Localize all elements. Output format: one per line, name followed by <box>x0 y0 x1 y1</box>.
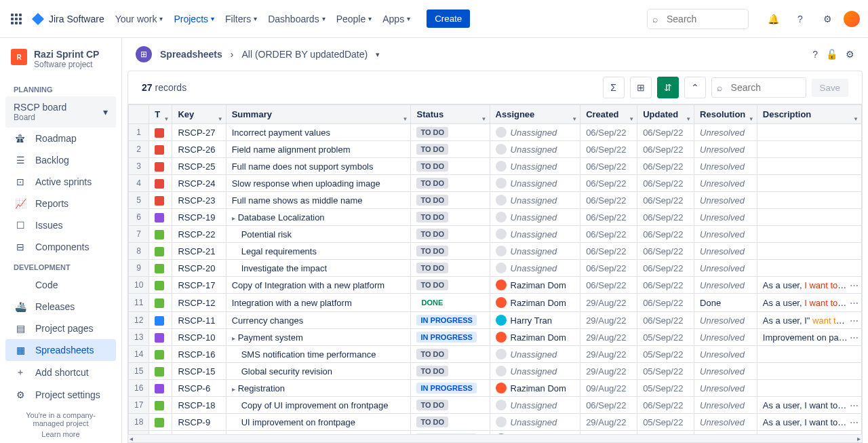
resolution-cell[interactable]: Unresolved <box>694 175 757 192</box>
status-cell[interactable]: TO DO <box>411 243 490 260</box>
updated-cell[interactable]: 05/Sep/22 <box>637 346 694 363</box>
sidebar-item-backlog[interactable]: ☰Backlog <box>5 149 116 171</box>
row-number[interactable]: 11 <box>129 294 149 312</box>
grid-button[interactable]: ⊞ <box>630 77 652 98</box>
table-row[interactable]: 17RSCP-18Copy of UI improvement on front… <box>129 397 862 414</box>
table-row[interactable]: 2RSCP-26Field name alignment problemTO D… <box>129 141 862 158</box>
description-cell[interactable]: As a user, I" want to have"⋯ <box>757 312 861 329</box>
key-cell[interactable]: RSCP-11 <box>172 312 226 329</box>
table-row[interactable]: 7RSCP-22Potential riskTO DOUnassigned06/… <box>129 226 862 243</box>
resolution-cell[interactable]: Unresolved <box>694 363 757 380</box>
column-menu-icon[interactable]: ▼ <box>749 116 754 122</box>
updated-cell[interactable]: 06/Sep/22 <box>637 312 694 329</box>
row-number[interactable]: 10 <box>129 277 149 294</box>
assignee-cell[interactable]: Raziman Dom <box>490 277 580 294</box>
key-cell[interactable]: RSCP-26 <box>172 141 226 158</box>
description-cell[interactable] <box>757 363 861 380</box>
col-resolution[interactable]: Resolution▼ <box>694 105 757 124</box>
type-cell[interactable] <box>149 226 172 243</box>
help-icon[interactable]: ? <box>812 49 818 60</box>
assignee-cell[interactable]: Unassigned <box>490 124 580 141</box>
sidebar-item-add-shortcut[interactable]: ＋Add shortcut <box>5 361 116 384</box>
table-row[interactable]: 3RSCP-25Full name does not support symbo… <box>129 158 862 175</box>
created-cell[interactable]: 29/Aug/22 <box>580 329 637 346</box>
nav-projects[interactable]: Projects ▾ <box>168 11 220 27</box>
created-cell[interactable]: 29/Aug/22 <box>580 414 637 431</box>
updated-cell[interactable]: 06/Sep/22 <box>637 226 694 243</box>
table-row[interactable]: 4RSCP-24Slow response when uploading ima… <box>129 175 862 192</box>
resolution-cell[interactable]: Unresolved <box>694 277 757 294</box>
status-cell[interactable]: IN PROGRESS <box>411 329 490 346</box>
assignee-cell[interactable]: Unassigned <box>490 209 580 226</box>
app-switcher-icon[interactable] <box>8 11 24 27</box>
created-cell[interactable]: 29/Aug/22 <box>580 312 637 329</box>
status-cell[interactable]: TO DO <box>411 158 490 175</box>
resolution-cell[interactable]: Unresolved <box>694 414 757 431</box>
description-cell[interactable] <box>757 226 861 243</box>
col-t[interactable]: T▼ <box>149 105 172 124</box>
key-cell[interactable]: RSCP-12 <box>172 294 226 312</box>
row-number[interactable]: 3 <box>129 158 149 175</box>
summary-cell[interactable]: ▸Database Localization <box>226 209 411 226</box>
table-row[interactable]: 13RSCP-10▸Payment systemIN PROGRESSRazim… <box>129 329 862 346</box>
global-search[interactable]: ⌕ <box>647 9 749 29</box>
more-icon[interactable]: ⋯ <box>850 315 859 326</box>
status-cell[interactable]: TO DO <box>411 397 490 414</box>
table-row[interactable]: 9RSCP-20Investigate the impactTO DOUnass… <box>129 260 862 277</box>
chevron-down-icon[interactable]: ▾ <box>376 50 380 59</box>
assignee-cell[interactable]: Unassigned <box>490 346 580 363</box>
created-cell[interactable]: 06/Sep/22 <box>580 243 637 260</box>
status-cell[interactable]: TO DO <box>411 209 490 226</box>
assignee-cell[interactable]: Unassigned <box>490 192 580 209</box>
table-search[interactable]: ⌕ <box>711 77 806 98</box>
summary-cell[interactable]: UI improvement on frontpage <box>226 414 411 431</box>
more-icon[interactable]: ⋯ <box>850 298 859 308</box>
row-number[interactable]: 16 <box>129 380 149 397</box>
type-cell[interactable] <box>149 294 172 312</box>
resolution-cell[interactable]: Unresolved <box>694 124 757 141</box>
sidebar-item-reports[interactable]: 📈Reports <box>5 193 116 214</box>
key-cell[interactable]: RSCP-6 <box>172 380 226 397</box>
updated-cell[interactable]: 06/Sep/22 <box>637 192 694 209</box>
table-search-input[interactable] <box>711 77 806 98</box>
col-key[interactable]: Key▼ <box>172 105 226 124</box>
key-cell[interactable]: RSCP-16 <box>172 346 226 363</box>
resolution-cell[interactable]: Unresolved <box>694 158 757 175</box>
status-cell[interactable]: TO DO <box>411 226 490 243</box>
save-button[interactable]: Save <box>812 79 848 97</box>
horizontal-scrollbar[interactable] <box>127 435 863 443</box>
table-container[interactable]: T▼Key▼Summary▼Status▼Assignee▼Created▼Up… <box>127 104 863 435</box>
nav-people[interactable]: People ▾ <box>331 11 378 27</box>
summary-cell[interactable]: Global security revision <box>226 363 411 380</box>
table-row[interactable]: 16RSCP-6▸RegistrationIN PROGRESSRaziman … <box>129 380 862 397</box>
collapse-button[interactable]: ⌃ <box>684 77 706 98</box>
summary-cell[interactable]: Field name alignment problem <box>226 141 411 158</box>
assignee-cell[interactable]: Raziman Dom <box>490 380 580 397</box>
resolution-cell[interactable]: Unresolved <box>694 312 757 329</box>
nav-your-work[interactable]: Your work ▾ <box>110 11 169 27</box>
sidebar-item-project-settings[interactable]: ⚙Project settings <box>5 384 116 406</box>
description-cell[interactable]: As a user, I want to have⋯ <box>757 277 861 294</box>
sidebar-item-rscp-board[interactable]: RSCP boardBoard▾ <box>5 96 116 128</box>
updated-cell[interactable]: 06/Sep/22 <box>637 277 694 294</box>
col-assignee[interactable]: Assignee▼ <box>490 105 580 124</box>
assignee-cell[interactable]: Unassigned <box>490 158 580 175</box>
status-cell[interactable]: TO DO <box>411 175 490 192</box>
updated-cell[interactable]: 06/Sep/22 <box>637 260 694 277</box>
description-cell[interactable]: Improvement on payment⋯ <box>757 329 861 346</box>
updated-cell[interactable]: 06/Sep/22 <box>637 158 694 175</box>
column-menu-icon[interactable]: ▼ <box>572 116 577 122</box>
status-cell[interactable]: TO DO <box>411 141 490 158</box>
row-number[interactable]: 4 <box>129 175 149 192</box>
nav-filters[interactable]: Filters ▾ <box>220 11 262 27</box>
updated-cell[interactable]: 06/Sep/22 <box>637 175 694 192</box>
col-description[interactable]: Description▼ <box>757 105 861 124</box>
sidebar-item-components[interactable]: ⊟Components <box>5 236 116 258</box>
jira-logo[interactable]: Jira Software <box>30 11 104 27</box>
type-cell[interactable] <box>149 380 172 397</box>
description-cell[interactable] <box>757 124 861 141</box>
table-row[interactable]: 5RSCP-23Full name shows as middle nameTO… <box>129 192 862 209</box>
summary-cell[interactable]: Copy of UI improvement on frontpage <box>226 397 411 414</box>
status-cell[interactable]: TO DO <box>411 192 490 209</box>
row-number[interactable]: 8 <box>129 243 149 260</box>
